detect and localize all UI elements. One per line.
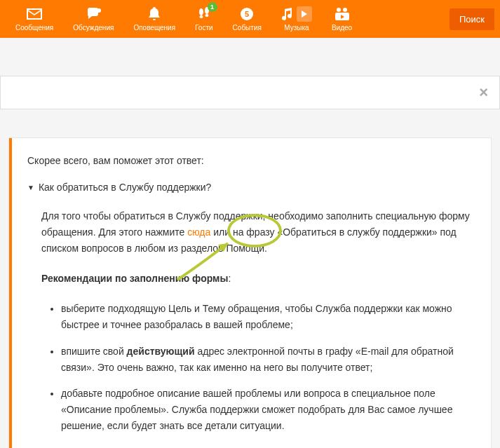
svg-point-0 [97,8,101,13]
here-link[interactable]: сюда [187,226,210,238]
answer-body: Для того чтобы обратиться в Службу подде… [27,208,473,434]
play-button[interactable] [297,6,312,22]
nav-discussions[interactable]: Обсуждения [73,0,114,38]
svg-point-1 [199,8,203,15]
nav-label: Сообщения [15,24,53,32]
nav-label: События [233,24,262,32]
svg-point-8 [343,8,347,12]
question-title[interactable]: ▼ Как обратиться в Службу поддержки? [27,182,473,193]
svg-point-2 [199,15,203,18]
list-item: выберите подходящую Цель и Тему обращени… [61,301,473,333]
nav-label: Гости [195,24,212,32]
help-card: Скорее всего, вам поможет этот ответ: ▼ … [8,137,492,448]
question-text: Как обратиться в Службу поддержки? [39,182,211,193]
close-icon[interactable]: × [479,83,488,102]
envelope-icon [27,7,42,21]
nav-video[interactable]: Видео [332,0,352,38]
bell-icon [148,7,161,21]
video-icon [335,7,350,21]
badge: 1 [208,2,217,12]
triangle-icon: ▼ [27,184,34,191]
svg-text:5: 5 [245,10,249,18]
svg-point-7 [337,8,341,12]
answer-paragraph-1: Для того чтобы обратиться в Службу подде… [41,208,473,257]
events-icon: 5 [240,7,254,21]
search-button[interactable]: Поиск [450,8,494,30]
recommendations-list: выберите подходящую Цель и Тему обращени… [41,301,473,434]
nav-label: Обсуждения [73,24,114,32]
accent-bar [9,138,12,448]
nav-events[interactable]: 5 События [233,0,262,38]
recommendations-title: Рекомендации по заполнению формы: [41,271,473,287]
chat-icon [86,7,101,21]
suggest-text: Скорее всего, вам поможет этот ответ: [27,155,473,166]
list-item: добавьте подробное описание вашей пробле… [61,386,473,434]
svg-point-4 [205,14,208,17]
nav-messages[interactable]: Сообщения [15,0,53,38]
top-navigation: Сообщения Обсуждения Оповещения 1 Гости … [0,0,500,38]
nav-guests[interactable]: 1 Гости [195,0,212,38]
nav-label: Видео [332,24,352,32]
list-item: впишите свой действующий адрес электронн… [61,344,473,376]
music-icon [281,7,312,21]
nav-label: Музыка [284,24,309,32]
nav-label: Оповещения [133,24,175,32]
nav-notifications[interactable]: Оповещения [133,0,175,38]
search-bar[interactable]: × [0,76,500,109]
nav-music[interactable]: Музыка [281,0,312,38]
